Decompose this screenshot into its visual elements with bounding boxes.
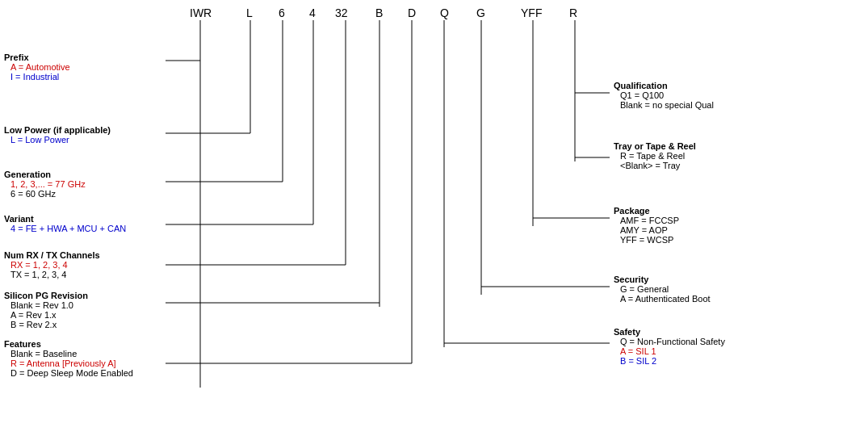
label-value-low_power-0: L = Low Power [10, 135, 166, 145]
code-4: 4 [309, 6, 316, 19]
label-value-security-0: G = General [620, 284, 856, 294]
label-variant: Variant4 = FE + HWA + MCU + CAN [4, 214, 166, 233]
label-value-safety-1: A = SIL 1 [620, 346, 856, 356]
label-value-silicon_pg-1: A = Rev 1.x [10, 310, 166, 320]
label-title-variant: Variant [4, 214, 166, 224]
label-title-features: Features [4, 339, 166, 349]
label-value-prefix-0: A = Automotive [10, 62, 166, 72]
label-title-silicon_pg: Silicon PG Revision [4, 291, 166, 300]
code-6: 6 [279, 6, 285, 19]
code-D: D [408, 6, 416, 19]
label-value-num_rx_tx-1: TX = 1, 2, 3, 4 [10, 270, 166, 279]
label-silicon_pg: Silicon PG RevisionBlank = Rev 1.0A = Re… [4, 291, 166, 329]
code-32: 32 [335, 6, 348, 19]
diagram-container: IWRL6432BDQGYFFR PrefixA = AutomotiveI =… [0, 0, 868, 436]
label-value-tray_tape-1: <Blank> = Tray [620, 161, 856, 170]
label-value-silicon_pg-2: B = Rev 2.x [10, 320, 166, 329]
label-value-generation-1: 6 = 60 GHz [10, 189, 166, 199]
label-value-features-1: R = Antenna [Previously A] [10, 358, 166, 368]
label-title-num_rx_tx: Num RX / TX Channels [4, 250, 166, 260]
label-title-prefix: Prefix [4, 52, 166, 62]
label-value-qualification-1: Blank = no special Qual [620, 100, 856, 110]
code-B: B [375, 6, 383, 19]
code-L: L [246, 6, 253, 19]
label-value-safety-0: Q = Non-Functional Safety [620, 337, 856, 346]
label-value-package-1: AMY = AOP [620, 225, 856, 235]
label-value-prefix-1: I = Industrial [10, 72, 166, 82]
label-value-tray_tape-0: R = Tape & Reel [620, 151, 856, 161]
label-title-generation: Generation [4, 170, 166, 179]
code-R: R [569, 6, 577, 19]
label-value-security-1: A = Authenticated Boot [620, 294, 856, 304]
label-value-features-0: Blank = Baseline [10, 349, 166, 358]
code-Q: Q [440, 6, 449, 19]
label-title-package: Package [614, 206, 856, 216]
label-features: FeaturesBlank = BaselineR = Antenna [Pre… [4, 339, 166, 378]
label-value-package-2: YFF = WCSP [620, 235, 856, 245]
label-safety: SafetyQ = Non-Functional SafetyA = SIL 1… [614, 327, 856, 366]
label-prefix: PrefixA = AutomotiveI = Industrial [4, 52, 166, 82]
label-value-variant-0: 4 = FE + HWA + MCU + CAN [10, 224, 166, 233]
label-generation: Generation1, 2, 3,... = 77 GHz6 = 60 GHz [4, 170, 166, 199]
label-title-tray_tape: Tray or Tape & Reel [614, 141, 856, 151]
label-title-security: Security [614, 275, 856, 284]
label-title-low_power: Low Power (if applicable) [4, 125, 166, 135]
label-tray_tape: Tray or Tape & ReelR = Tape & Reel<Blank… [614, 141, 856, 170]
code-YFF: YFF [521, 6, 542, 19]
label-value-num_rx_tx-0: RX = 1, 2, 3, 4 [10, 260, 166, 270]
label-num_rx_tx: Num RX / TX ChannelsRX = 1, 2, 3, 4TX = … [4, 250, 166, 279]
code-G: G [476, 6, 485, 19]
label-low_power: Low Power (if applicable)L = Low Power [4, 125, 166, 145]
code-IWR: IWR [190, 6, 212, 19]
label-value-qualification-0: Q1 = Q100 [620, 90, 856, 100]
label-value-generation-0: 1, 2, 3,... = 77 GHz [10, 179, 166, 189]
label-value-silicon_pg-0: Blank = Rev 1.0 [10, 300, 166, 310]
label-title-safety: Safety [614, 327, 856, 337]
label-security: SecurityG = GeneralA = Authenticated Boo… [614, 275, 856, 304]
label-qualification: QualificationQ1 = Q100Blank = no special… [614, 81, 856, 110]
label-value-features-2: D = Deep Sleep Mode Enabled [10, 368, 166, 378]
label-value-safety-2: B = SIL 2 [620, 356, 856, 366]
label-package: PackageAMF = FCCSPAMY = AOPYFF = WCSP [614, 206, 856, 245]
label-value-package-0: AMF = FCCSP [620, 216, 856, 225]
label-title-qualification: Qualification [614, 81, 856, 90]
